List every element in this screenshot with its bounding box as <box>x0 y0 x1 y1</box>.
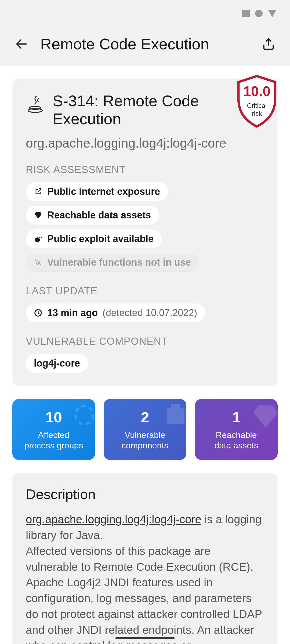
description-card: Description org.apache.logging.log4j:log… <box>12 473 278 644</box>
chip-exploit[interactable]: Public exploit available <box>26 229 162 248</box>
svg-rect-8 <box>171 404 180 409</box>
diamond-watermark-icon <box>251 402 278 431</box>
svg-point-4 <box>35 237 40 243</box>
home-indicator[interactable] <box>115 637 175 639</box>
metric-label: Reachable data assets <box>200 430 272 451</box>
description-text: org.apache.logging.log4j:log4j-core is a… <box>26 512 264 644</box>
description-title: Description <box>26 486 264 502</box>
time-ago-text: 13 min ago <box>47 307 98 319</box>
bomb-icon <box>34 235 42 243</box>
diamond-icon <box>34 211 42 219</box>
metric-reachable-data-assets[interactable]: 1 Reachable data assets <box>195 399 278 460</box>
metric-vulnerable-components[interactable]: 2 Vulnerable components <box>104 399 186 460</box>
disabled-icon <box>34 258 42 267</box>
detected-text: (detected 10.07.2022) <box>103 307 197 319</box>
status-square-icon <box>242 10 250 17</box>
metric-affected-process-groups[interactable]: 10 Affected process groups <box>12 399 95 460</box>
process-watermark-icon <box>71 402 95 429</box>
svg-rect-7 <box>167 408 185 424</box>
page-header: Remote Code Execution <box>0 27 290 66</box>
status-triangle-icon <box>268 10 277 17</box>
share-button[interactable] <box>260 36 277 52</box>
component-watermark-icon <box>162 402 186 429</box>
risk-chips: Public internet exposure Reachable data … <box>26 182 264 272</box>
risk-label: Critical risk <box>233 102 280 118</box>
chip-not-in-use[interactable]: Vulnerable functions not in use <box>26 253 199 272</box>
chip-text: Vulnerable functions not in use <box>47 257 191 268</box>
vuln-component-label: VULNERABLE COMPONENT <box>26 336 264 347</box>
description-package-link[interactable]: org.apache.logging.log4j:log4j-core <box>26 513 201 526</box>
component-text: log4j-core <box>34 358 80 369</box>
status-bar <box>0 0 290 27</box>
vuln-title: S-314: Remote Code Execution <box>53 92 232 128</box>
desc-body: Affected versions of this package are vu… <box>26 545 262 644</box>
risk-score: 10.0 <box>233 83 280 99</box>
chip-text: Public exploit available <box>47 233 154 244</box>
chip-exposure[interactable]: Public internet exposure <box>26 182 168 201</box>
chip-reachable[interactable]: Reachable data assets <box>26 206 159 225</box>
metrics-row: 10 Affected process groups 2 Vulnerable … <box>12 399 278 460</box>
chip-text: Reachable data assets <box>47 210 151 221</box>
metric-label: Affected process groups <box>18 430 90 451</box>
shield-icon <box>233 74 280 129</box>
clock-icon <box>34 309 42 317</box>
chip-text: Public internet exposure <box>47 186 160 197</box>
back-button[interactable] <box>13 36 30 52</box>
share-icon <box>262 37 276 51</box>
risk-assessment-label: RISK ASSESSMENT <box>26 164 264 175</box>
update-chips: 13 min ago (detected 10.07.2022) <box>26 303 264 322</box>
last-update-label: LAST UPDATE <box>26 285 264 297</box>
page-title: Remote Code Execution <box>40 35 250 53</box>
svg-point-6 <box>75 406 93 424</box>
component-chips: log4j-core <box>26 354 264 373</box>
package-name: org.apache.logging.log4j:log4j-core <box>26 136 264 151</box>
chip-last-update[interactable]: 13 min ago (detected 10.07.2022) <box>26 303 205 322</box>
exposure-icon <box>34 187 42 196</box>
status-circle-icon <box>255 10 263 17</box>
metric-label: Vulnerable components <box>109 430 181 451</box>
vulnerability-card: 10.0 Critical risk S-314: Remote Code Ex… <box>12 79 278 386</box>
vuln-header: S-314: Remote Code Execution <box>26 92 264 128</box>
arrow-left-icon <box>15 37 28 51</box>
chip-component[interactable]: log4j-core <box>26 354 88 373</box>
risk-shield-badge: 10.0 Critical risk <box>233 74 280 129</box>
java-icon <box>26 95 45 114</box>
